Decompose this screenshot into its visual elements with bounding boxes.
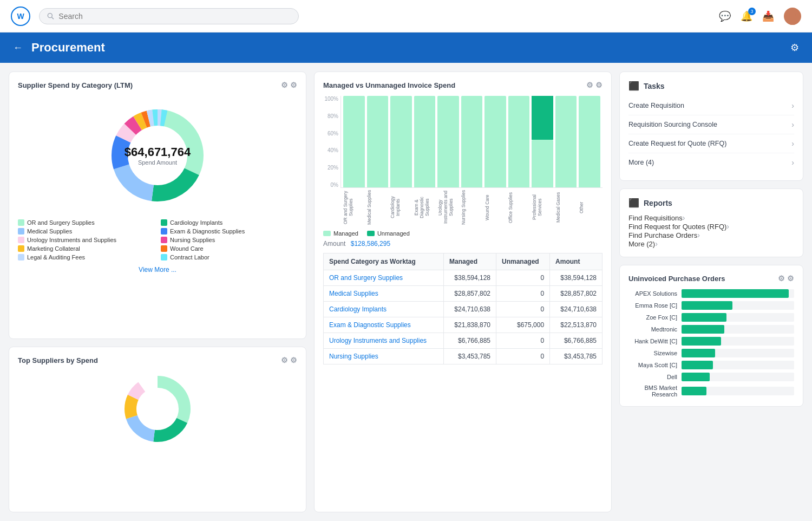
col-header-category: Spend Category as Worktag bbox=[324, 253, 444, 270]
svg-point-3 bbox=[787, 19, 798, 25]
bar-group bbox=[437, 96, 459, 187]
hbar-item: BMS Market Research bbox=[628, 385, 794, 398]
hbar-fill bbox=[682, 325, 724, 334]
hbar-item: Dell bbox=[628, 373, 794, 381]
category-cell[interactable]: Nursing Supplies bbox=[324, 349, 444, 364]
chart-legend: Managed Unmanaged bbox=[323, 230, 603, 237]
svg-line-1 bbox=[52, 17, 54, 19]
managed-spend-card: Managed vs Unmanaged Invoice Spend ⚙ ⚙ 0… bbox=[314, 71, 612, 512]
hbar-item: Emma Rose [C] bbox=[628, 301, 794, 310]
bar-unmanaged bbox=[532, 96, 553, 140]
hbar-chart: APEX Solutions Emma Rose [C] Zoe Fox [C]… bbox=[628, 289, 794, 398]
chevron-right-icon: › bbox=[726, 222, 729, 231]
legend-item: Marketing Collateral bbox=[18, 245, 154, 252]
legend-dot bbox=[18, 237, 24, 243]
top-suppliers-title: Top Suppliers by Spend ⚙ ⚙ bbox=[18, 356, 297, 364]
hbar-fill bbox=[682, 349, 715, 357]
col-header-amount: Amount bbox=[550, 253, 603, 270]
task-item[interactable]: Create Request for Quote (RFQ)› bbox=[628, 134, 794, 153]
chevron-right-icon: › bbox=[791, 139, 794, 148]
y-axis-labels: 0% 20% 40% 60% 80% 100% bbox=[323, 96, 339, 188]
category-cell[interactable]: Urology Instruments and Supplies bbox=[324, 333, 444, 349]
report-item[interactable]: Find Purchase Orders› bbox=[628, 231, 794, 239]
unmanaged-cell: 0 bbox=[496, 302, 550, 317]
legend-dot bbox=[161, 245, 167, 252]
nav-icons: 💬 🔔 3 📥 bbox=[719, 8, 801, 25]
hbar-fill bbox=[682, 337, 721, 346]
bar-group-mixed bbox=[532, 96, 553, 187]
inbox-icon[interactable]: 📥 bbox=[762, 10, 774, 22]
report-item[interactable]: Find Request for Quotes (RFQ)› bbox=[628, 222, 794, 231]
tasks-card: ⬛ Tasks Create Requisition›Requisition S… bbox=[619, 71, 803, 181]
bar-fill bbox=[390, 96, 412, 187]
card-icons[interactable]: ⚙ ⚙ bbox=[586, 81, 603, 89]
donut-amount: $64,671,764 bbox=[125, 145, 191, 159]
hbar-item: Zoe Fox [C] bbox=[628, 313, 794, 322]
unmanaged-cell: 0 bbox=[496, 333, 550, 349]
hbar-fill bbox=[682, 387, 706, 395]
card-icons[interactable]: ⚙ ⚙ bbox=[281, 81, 297, 89]
legend-dot bbox=[161, 237, 167, 243]
svg-point-2 bbox=[789, 11, 796, 17]
hbar-track bbox=[682, 349, 794, 357]
amount-cell: $38,594,128 bbox=[550, 270, 603, 286]
donut-center: $64,671,764 Spend Amount bbox=[125, 145, 191, 166]
legend-dot bbox=[161, 228, 167, 235]
hbar-label: Maya Scott [C] bbox=[628, 362, 677, 368]
logo: W bbox=[11, 6, 30, 26]
task-item[interactable]: More (4)› bbox=[628, 153, 794, 172]
managed-cell: $3,453,785 bbox=[444, 349, 496, 364]
chat-icon[interactable]: 💬 bbox=[719, 10, 731, 22]
bar-chart-area bbox=[340, 96, 603, 188]
header-bar: ← Procurement ⚙ bbox=[0, 32, 812, 63]
table-row: Cardiology Implants $24,710,638 0 $24,71… bbox=[324, 302, 603, 317]
back-button[interactable]: ← bbox=[13, 42, 23, 54]
legend-unmanaged bbox=[367, 231, 375, 236]
category-cell[interactable]: Cardiology Implants bbox=[324, 302, 444, 317]
amount-cell: $6,766,885 bbox=[550, 333, 603, 349]
hbar-item: APEX Solutions bbox=[628, 289, 794, 298]
legend-item: Legal & Auditing Fees bbox=[18, 254, 154, 260]
category-cell[interactable]: Medical Supplies bbox=[324, 286, 444, 302]
report-item[interactable]: Find Requisitions› bbox=[628, 213, 794, 222]
notification-icon[interactable]: 🔔 3 bbox=[741, 10, 752, 22]
legend-dot bbox=[161, 254, 167, 260]
amount-cell: $3,453,785 bbox=[550, 349, 603, 364]
hbar-label: BMS Market Research bbox=[628, 385, 677, 398]
bar-fill bbox=[437, 96, 459, 187]
managed-spend-title: Managed vs Unmanaged Invoice Spend ⚙ ⚙ bbox=[323, 81, 603, 89]
chart-amount: Amount $128,586,295 bbox=[323, 240, 603, 248]
avatar[interactable] bbox=[784, 8, 801, 25]
search-input[interactable] bbox=[58, 12, 291, 21]
col-header-unmanaged: Unmanaged bbox=[496, 253, 550, 270]
unmanaged-cell: $675,000 bbox=[496, 317, 550, 333]
card-icons[interactable]: ⚙ ⚙ bbox=[281, 356, 297, 364]
hbar-item: Medtronic bbox=[628, 325, 794, 334]
card-icons[interactable]: ⚙ ⚙ bbox=[778, 274, 794, 283]
category-cell[interactable]: OR and Surgery Supplies bbox=[324, 270, 444, 286]
category-cell[interactable]: Exam & Diagnostic Supplies bbox=[324, 317, 444, 333]
legend-dot bbox=[18, 228, 24, 235]
settings-icon[interactable]: ⚙ bbox=[790, 42, 799, 54]
bar-fill bbox=[508, 96, 530, 187]
report-item[interactable]: More (2)› bbox=[628, 239, 794, 248]
uninvoiced-po-card: Uninvoiced Purchase Orders ⚙ ⚙ APEX Solu… bbox=[619, 265, 803, 407]
hbar-track bbox=[682, 387, 794, 395]
bar-group bbox=[555, 96, 577, 187]
bar-group bbox=[508, 96, 530, 187]
donut-legend: OR and Surgery Supplies Cardiology Impla… bbox=[18, 219, 297, 260]
uninvoiced-po-title: Uninvoiced Purchase Orders ⚙ ⚙ bbox=[628, 274, 794, 283]
table-row: Urology Instruments and Supplies $6,766,… bbox=[324, 333, 603, 349]
hbar-label: Dell bbox=[628, 374, 677, 380]
bar-group bbox=[484, 96, 506, 187]
spend-table: Spend Category as Worktag Managed Unmana… bbox=[323, 253, 603, 364]
hbar-label: Medtronic bbox=[628, 326, 677, 333]
donut-label: Spend Amount bbox=[125, 159, 191, 166]
task-item[interactable]: Requisition Sourcing Console› bbox=[628, 115, 794, 134]
bar-fill bbox=[367, 96, 389, 187]
task-item[interactable]: Create Requisition› bbox=[628, 96, 794, 115]
view-more-button[interactable]: View More ... bbox=[18, 266, 297, 273]
search-bar[interactable] bbox=[39, 8, 299, 24]
tasks-title: Tasks bbox=[644, 82, 665, 90]
bar-fill bbox=[461, 96, 483, 187]
